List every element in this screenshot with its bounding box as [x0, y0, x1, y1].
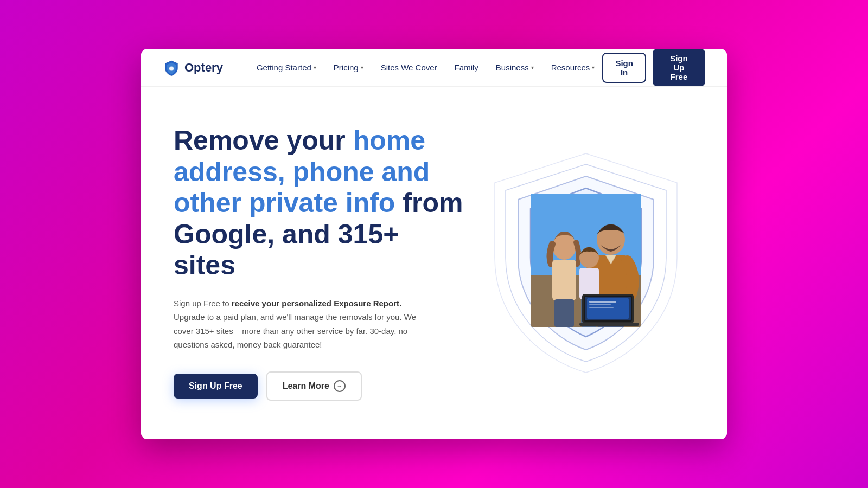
hero-sign-up-button[interactable]: Sign Up Free: [174, 374, 258, 399]
nav-actions: Sign In Sign Up Free: [602, 49, 705, 86]
sign-in-button[interactable]: Sign In: [602, 53, 646, 83]
chevron-down-icon: ▾: [592, 65, 595, 70]
chevron-down-icon: ▾: [531, 65, 534, 70]
hero-image: [466, 108, 705, 418]
browser-window: Optery Getting Started ▾ Pricing ▾ Sites…: [141, 49, 727, 439]
svg-rect-17: [589, 304, 611, 305]
arrow-circle-icon: →: [334, 380, 346, 392]
logo-text: Optery: [184, 61, 223, 75]
family-illustration: [531, 194, 641, 327]
nav-business[interactable]: Business ▾: [488, 59, 541, 76]
svg-rect-18: [589, 307, 614, 308]
sign-up-button[interactable]: Sign Up Free: [653, 49, 705, 86]
nav-family[interactable]: Family: [447, 59, 486, 76]
chevron-down-icon: ▾: [314, 65, 316, 70]
nav-sites-we-cover[interactable]: Sites We Cover: [373, 59, 445, 76]
hero-description: Sign up Free to receive your personalize…: [174, 297, 434, 352]
logo[interactable]: Optery: [163, 59, 223, 76]
hero-title-highlight: home address, phone and other private in…: [174, 125, 430, 218]
hero-title: Remove your home address, phone and othe…: [174, 125, 466, 281]
hero-section: Remove your home address, phone and othe…: [141, 87, 727, 439]
svg-rect-19: [579, 323, 639, 326]
nav-links: Getting Started ▾ Pricing ▾ Sites We Cov…: [249, 59, 602, 76]
chevron-down-icon: ▾: [361, 65, 363, 70]
hero-content: Remove your home address, phone and othe…: [174, 125, 466, 401]
hero-learn-more-button[interactable]: Learn More →: [266, 371, 362, 401]
svg-rect-7: [552, 260, 576, 300]
svg-rect-16: [589, 301, 616, 303]
logo-icon: [163, 59, 180, 76]
nav-pricing[interactable]: Pricing ▾: [326, 59, 371, 76]
svg-rect-8: [554, 299, 574, 327]
svg-point-0: [169, 66, 174, 70]
shield-container: [483, 144, 689, 382]
hero-buttons: Sign Up Free Learn More →: [174, 371, 466, 401]
shield-photo: [531, 194, 641, 327]
nav-resources[interactable]: Resources ▾: [544, 59, 603, 76]
navbar: Optery Getting Started ▾ Pricing ▾ Sites…: [141, 49, 727, 87]
nav-getting-started[interactable]: Getting Started ▾: [249, 59, 324, 76]
